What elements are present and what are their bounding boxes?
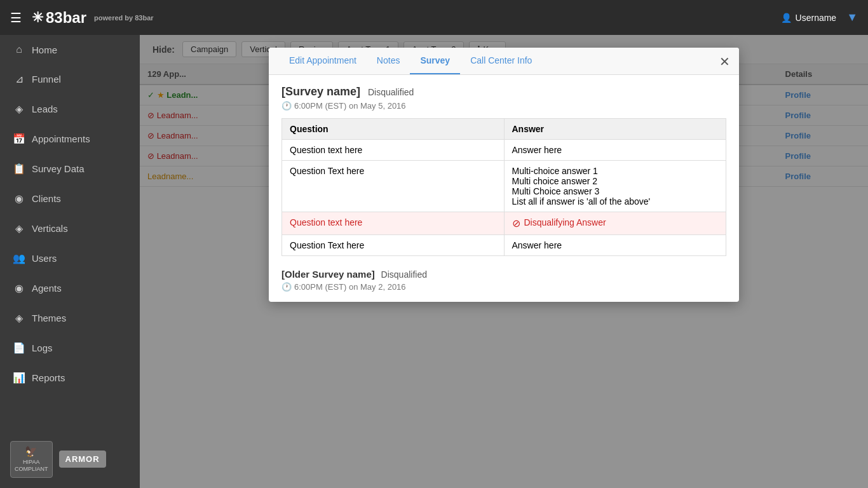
sidebar-label-users: Users bbox=[32, 253, 57, 264]
appointments-icon: 📅 bbox=[13, 133, 25, 145]
sidebar-item-agents[interactable]: ◉ Agents bbox=[0, 273, 140, 303]
funnel-icon: ⊿ bbox=[13, 73, 25, 85]
hipaa-eagle: 🦅 bbox=[15, 445, 48, 459]
sidebar-item-leads[interactable]: ◈ Leads bbox=[0, 94, 140, 124]
sidebar-label-leads: Leads bbox=[32, 104, 58, 114]
user-icon: 👤 bbox=[781, 13, 792, 23]
older-survey: [Older Survey name] Disqualified 🕐 6:00P… bbox=[281, 269, 726, 292]
disqualifying-answer: ⊘ Disqualifying Answer bbox=[512, 217, 719, 229]
survey-time: 🕐 6:00PM (EST) on May 5, 2016 bbox=[281, 101, 726, 111]
survey-row-3: Question text here ⊘ Disqualifying Answe… bbox=[282, 212, 726, 235]
logo: ✳ 83bar powered by 83bar bbox=[32, 9, 154, 27]
answer-2-line3: Multi Choice answer 3 bbox=[512, 186, 719, 196]
topbar-right: 👤 Username ▼ bbox=[781, 11, 858, 24]
sidebar-label-verticals: Verticals bbox=[32, 223, 68, 234]
sidebar-item-themes[interactable]: ◈ Themes bbox=[0, 303, 140, 333]
answer-1: Answer here bbox=[504, 140, 726, 161]
survey-time-text: 6:00PM (EST) on May 5, 2016 bbox=[294, 101, 406, 111]
filter-icon[interactable]: ▼ bbox=[846, 11, 858, 24]
answer-2-line2: Multi choice answer 2 bbox=[512, 176, 719, 186]
col-answer: Answer bbox=[504, 119, 726, 140]
sidebar-bottom: 🦅 HIPAA COMPLIANT ARMOR bbox=[0, 431, 140, 488]
question-2: Question Text here bbox=[282, 161, 505, 212]
users-icon: 👥 bbox=[13, 252, 25, 264]
sidebar-label-clients: Clients bbox=[32, 193, 61, 204]
tab-notes[interactable]: Notes bbox=[367, 48, 410, 74]
older-survey-time: 🕐 6:00PM (EST) on May 2, 2016 bbox=[281, 282, 726, 292]
username-area[interactable]: 👤 Username bbox=[781, 13, 837, 23]
modal-close-button[interactable]: ✕ bbox=[719, 54, 730, 69]
disqualifying-question: Question text here bbox=[290, 217, 362, 227]
survey-status: Disqualified bbox=[368, 87, 414, 97]
survey-modal: Edit Appointment Notes Survey Call Cente… bbox=[269, 48, 739, 302]
logo-83bar: 83bar bbox=[46, 9, 86, 27]
survey-table: Question Answer Question text here Answe… bbox=[281, 118, 726, 256]
verticals-icon: ◈ bbox=[13, 222, 25, 234]
sidebar-item-appointments[interactable]: 📅 Appointments bbox=[0, 124, 140, 154]
powered-by: powered by 83bar bbox=[94, 14, 154, 22]
sidebar-label-home: Home bbox=[32, 44, 57, 55]
sidebar-label-themes: Themes bbox=[32, 313, 66, 323]
sidebar-label-survey-data: Survey Data bbox=[32, 163, 85, 174]
main-layout: ⌂ Home ⊿ Funnel ◈ Leads 📅 Appointments 📋… bbox=[0, 35, 868, 488]
agents-icon: ◉ bbox=[13, 282, 25, 294]
survey-data-icon: 📋 bbox=[13, 163, 25, 175]
clients-icon: ◉ bbox=[13, 193, 25, 205]
older-survey-header: [Older Survey name] Disqualified bbox=[281, 269, 726, 280]
tab-call-center-info[interactable]: Call Center Info bbox=[460, 48, 542, 74]
reports-icon: 📊 bbox=[13, 372, 25, 384]
logo-star: ✳ bbox=[32, 10, 43, 26]
content-area: Hide: Campaign Vertical Region Appt Type… bbox=[140, 35, 868, 488]
sidebar-label-appointments: Appointments bbox=[32, 133, 90, 144]
hipaa-text: HIPAA bbox=[15, 459, 48, 466]
question-3: Question text here bbox=[282, 212, 505, 235]
sidebar-item-logs[interactable]: 📄 Logs bbox=[0, 333, 140, 363]
answer-2: Multi-choice answer 1 Multi choice answe… bbox=[504, 161, 726, 212]
modal-body: [Survey name] Disqualified 🕐 6:00PM (EST… bbox=[269, 75, 739, 302]
username-label: Username bbox=[796, 13, 837, 23]
older-survey-status: Disqualified bbox=[381, 269, 427, 280]
sidebar-item-reports[interactable]: 📊 Reports bbox=[0, 363, 140, 393]
sidebar-item-survey-data[interactable]: 📋 Survey Data bbox=[0, 154, 140, 184]
sidebar-label-funnel: Funnel bbox=[32, 74, 61, 85]
tab-survey[interactable]: Survey bbox=[410, 48, 460, 74]
themes-icon: ◈ bbox=[13, 312, 25, 324]
sidebar-label-logs: Logs bbox=[32, 342, 53, 353]
question-4: Question Text here bbox=[282, 235, 505, 256]
disqualifying-answer-text: Disqualifying Answer bbox=[524, 217, 606, 227]
topbar: ☰ ✳ 83bar powered by 83bar 👤 Username ▼ bbox=[0, 0, 868, 35]
hamburger-icon[interactable]: ☰ bbox=[10, 10, 22, 25]
col-question: Question bbox=[282, 119, 505, 140]
sidebar-label-agents: Agents bbox=[32, 283, 62, 294]
answer-2-line1: Multi-choice answer 1 bbox=[512, 166, 719, 176]
sidebar-item-clients[interactable]: ◉ Clients bbox=[0, 184, 140, 214]
answer-4: Answer here bbox=[504, 235, 726, 256]
sidebar-item-verticals[interactable]: ◈ Verticals bbox=[0, 214, 140, 243]
older-clock-icon: 🕐 bbox=[281, 282, 292, 292]
sidebar-item-users[interactable]: 👥 Users bbox=[0, 243, 140, 273]
sidebar-item-funnel[interactable]: ⊿ Funnel bbox=[0, 64, 140, 94]
modal-overlay: Edit Appointment Notes Survey Call Cente… bbox=[140, 35, 868, 488]
modal-tabs: Edit Appointment Notes Survey Call Cente… bbox=[269, 48, 739, 75]
question-1: Question text here bbox=[282, 140, 505, 161]
survey-row-2: Question Text here Multi-choice answer 1… bbox=[282, 161, 726, 212]
sidebar-item-home[interactable]: ⌂ Home bbox=[0, 35, 140, 64]
disqualifying-icon: ⊘ bbox=[512, 217, 520, 229]
survey-title: [Survey name] bbox=[281, 85, 360, 98]
clock-icon: 🕐 bbox=[281, 101, 292, 111]
hipaa-badge: 🦅 HIPAA COMPLIANT bbox=[10, 441, 53, 478]
older-survey-title: [Older Survey name] bbox=[281, 269, 375, 280]
leads-icon: ◈ bbox=[13, 103, 25, 115]
topbar-left: ☰ ✳ 83bar powered by 83bar bbox=[10, 9, 154, 27]
answer-3: ⊘ Disqualifying Answer bbox=[504, 212, 726, 235]
survey-row-1: Question text here Answer here bbox=[282, 140, 726, 161]
sidebar: ⌂ Home ⊿ Funnel ◈ Leads 📅 Appointments 📋… bbox=[0, 35, 140, 488]
home-icon: ⌂ bbox=[13, 44, 25, 55]
armor-badge: ARMOR bbox=[59, 451, 106, 468]
hipaa-compliant: COMPLIANT bbox=[15, 466, 48, 473]
survey-row-4: Question Text here Answer here bbox=[282, 235, 726, 256]
sidebar-label-reports: Reports bbox=[32, 372, 65, 383]
answer-2-line4: List all if answer is 'all of the above' bbox=[512, 196, 719, 207]
tab-edit-appointment[interactable]: Edit Appointment bbox=[279, 48, 367, 74]
survey-header: [Survey name] Disqualified bbox=[281, 85, 726, 98]
